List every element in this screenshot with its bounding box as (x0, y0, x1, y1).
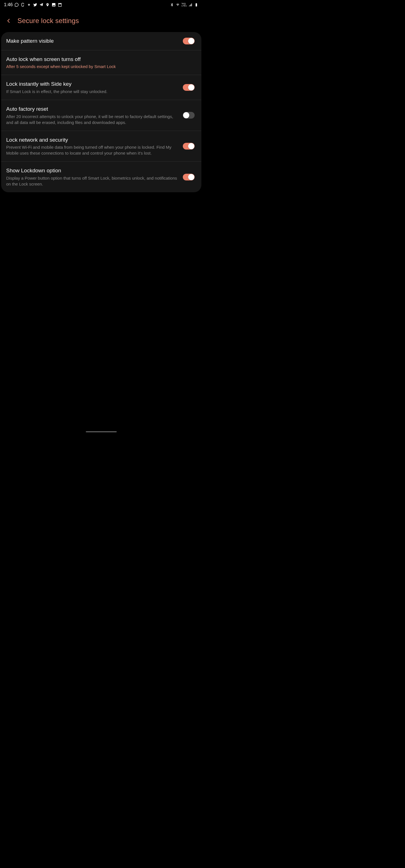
row-sub: After 5 seconds except when kept unlocke… (6, 64, 189, 69)
row-text: Auto lock when screen turns off After 5 … (6, 56, 195, 70)
lte-label: LTE1 (181, 5, 187, 7)
row-sub: If Smart Lock is in effect, the phone wi… (6, 89, 177, 94)
row-title: Auto factory reset (6, 105, 177, 113)
settings-panel: Make pattern visible Auto lock when scre… (1, 32, 201, 192)
toggle-auto-factory-reset[interactable] (183, 112, 195, 119)
toggle-show-lockdown[interactable] (183, 174, 195, 181)
row-title: Lock instantly with Side key (6, 81, 177, 88)
row-text: Lock instantly with Side key If Smart Lo… (6, 81, 183, 94)
row-text: Show Lockdown option Display a Power but… (6, 167, 183, 187)
page-title: Secure lock settings (18, 17, 79, 25)
bluetooth-icon (170, 3, 174, 7)
row-sub: Display a Power button option that turns… (6, 175, 177, 187)
row-lock-instantly-side-key[interactable]: Lock instantly with Side key If Smart Lo… (1, 75, 201, 100)
row-lock-network-security[interactable]: Lock network and security Prevent Wi-Fi … (1, 131, 201, 162)
row-sub: After 20 incorrect attempts to unlock yo… (6, 114, 177, 125)
row-text: Make pattern visible (6, 37, 183, 45)
row-sub: Prevent Wi-Fi and mobile data from being… (6, 144, 177, 156)
row-title: Auto lock when screen turns off (6, 56, 189, 63)
battery-icon (194, 3, 199, 7)
row-show-lockdown-option[interactable]: Show Lockdown option Display a Power but… (1, 161, 201, 192)
page-header: Secure lock settings (0, 8, 202, 32)
row-text: Auto factory reset After 20 incorrect at… (6, 105, 183, 125)
status-left: 1:46 (4, 2, 62, 7)
fan-icon (27, 3, 31, 7)
row-auto-factory-reset[interactable]: Auto factory reset After 20 incorrect at… (1, 100, 201, 131)
row-text: Lock network and security Prevent Wi-Fi … (6, 136, 183, 156)
telegram-icon (39, 3, 44, 7)
status-time: 1:46 (4, 2, 13, 7)
row-make-pattern-visible[interactable]: Make pattern visible (1, 32, 201, 50)
toggle-make-pattern-visible[interactable] (183, 38, 195, 44)
back-button[interactable] (5, 17, 12, 25)
calendar-icon (58, 3, 62, 7)
status-right: Vo)) LTE1 (170, 3, 199, 7)
gallery-icon (52, 3, 56, 7)
signal-icon (188, 3, 193, 7)
status-bar: 1:46 Vo)) (0, 0, 202, 8)
row-title: Lock network and security (6, 136, 177, 144)
volte-indicator: Vo)) LTE1 (181, 3, 187, 7)
whatsapp-icon (15, 3, 19, 7)
gesture-nav-bar[interactable] (86, 431, 117, 432)
wifi-icon (175, 3, 180, 7)
twitter-icon (33, 3, 37, 7)
toggle-lock-instantly[interactable] (183, 84, 195, 91)
row-title: Make pattern visible (6, 37, 177, 45)
row-auto-lock[interactable]: Auto lock when screen turns off After 5 … (1, 50, 201, 75)
threads-icon (21, 3, 25, 7)
toggle-lock-network[interactable] (183, 143, 195, 150)
row-title: Show Lockdown option (6, 167, 177, 174)
location-icon (45, 3, 50, 7)
